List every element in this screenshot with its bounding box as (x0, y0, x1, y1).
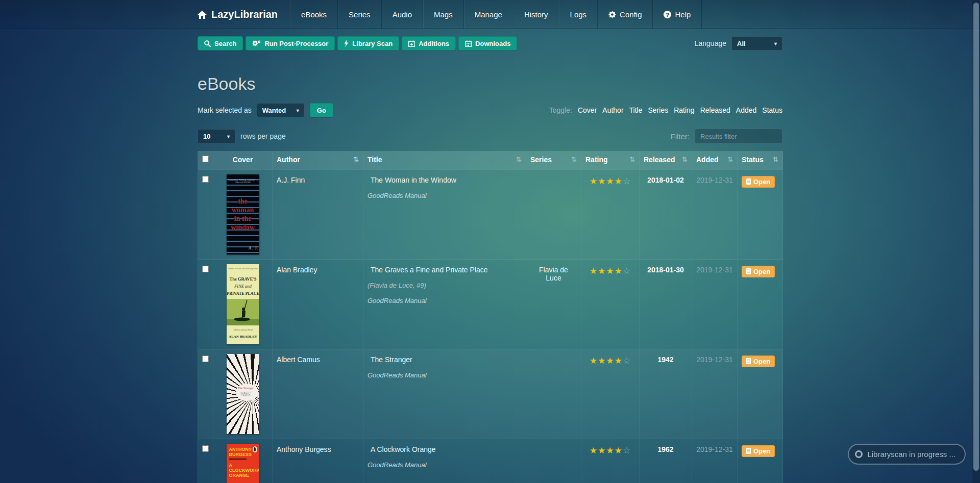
author-link[interactable]: Anthony Burgess (277, 445, 331, 453)
sort-icon[interactable]: ⇅ (773, 156, 778, 163)
cover-text: window (227, 223, 259, 232)
book-cover-the-stranger[interactable]: The Stranger ALBERT CAMUS (227, 354, 259, 434)
sort-icon[interactable]: ⇅ (516, 156, 522, 163)
additions-button[interactable]: Additions (402, 36, 456, 50)
header-author[interactable]: Author⇅ (273, 151, 363, 169)
author-link[interactable]: Alan Bradley (277, 266, 317, 274)
toggle-link-series[interactable]: Series (648, 106, 669, 114)
chevron-down-icon: ▾ (297, 108, 299, 113)
search-button-label: Search (214, 40, 236, 47)
nav-item-manage[interactable]: Manage (463, 0, 513, 29)
toggle-link-status[interactable]: Status (762, 106, 782, 114)
book-cover-clockwork-orange[interactable]: ANTHONY BURGESS A CLOCKWORK ORANGE (227, 444, 259, 483)
nav-item-logs[interactable]: Logs (559, 0, 598, 29)
title-link[interactable]: The Graves a Fine and Private Place (368, 266, 488, 274)
open-book-button[interactable]: Open (742, 355, 775, 367)
book-cover-graves-fine-private-place[interactable]: From the New York Times bestselling auth… (227, 264, 259, 344)
added-date: 2019-12-31 (696, 176, 733, 184)
sort-icon[interactable]: ⇅ (571, 156, 577, 163)
nav-item-ebooks[interactable]: eBooks (290, 0, 337, 29)
scrollbar-thumb[interactable] (973, 3, 979, 471)
book-cover-woman-in-the-window[interactable]: "Astounding. Thrilling. Amazing." —GILLI… (227, 174, 259, 255)
header-title[interactable]: Title⇅ (363, 151, 526, 169)
row-checkbox[interactable] (202, 266, 209, 272)
header-released-label: Released (644, 156, 675, 164)
series-link[interactable]: Flavia de Luce (539, 266, 568, 282)
chevron-down-icon: ▾ (774, 41, 777, 46)
star-filled-icon: ★ (615, 356, 623, 366)
toggle-link-added[interactable]: Added (736, 106, 756, 114)
toggle-link-author[interactable]: Author (602, 106, 623, 114)
open-book-button[interactable]: Open (742, 445, 775, 457)
nav-item-help[interactable]: ? Help (652, 0, 702, 29)
header-cover-label: Cover (233, 156, 253, 164)
go-button[interactable]: Go (310, 103, 333, 117)
bolt-icon (344, 40, 349, 47)
toggle-link-cover[interactable]: Cover (578, 106, 597, 114)
released-date: 2018-01-02 (647, 176, 684, 184)
open-book-button[interactable]: Open (742, 266, 775, 277)
header-added[interactable]: Added⇅ (692, 151, 738, 169)
sort-icon[interactable]: ⇅ (727, 156, 733, 163)
row-checkbox[interactable] (202, 355, 209, 362)
ebooks-table: Cover Author⇅ Title⇅ Series⇅ Rating⇅ Rel… (198, 151, 783, 483)
title-link[interactable]: The Woman in the Window (368, 176, 456, 184)
author-link[interactable]: Albert Camus (277, 355, 320, 364)
header-released[interactable]: Released⇅ (640, 151, 692, 169)
nav-item-series[interactable]: Series (337, 0, 381, 29)
header-status[interactable]: Status⇅ (738, 151, 783, 169)
star-filled-icon: ★ (590, 446, 598, 455)
nav-label-config: Config (620, 10, 642, 19)
toggle-link-released[interactable]: Released (700, 106, 730, 114)
cover-quote: "Astounding. Thrilling. Amazing." —GILLI… (227, 174, 259, 184)
row-checkbox[interactable] (202, 176, 209, 183)
cover-text: the (227, 197, 259, 206)
header-series[interactable]: Series⇅ (526, 151, 581, 169)
run-post-processor-button[interactable]: Run Post-Processor (246, 36, 335, 50)
toggle-link-rating[interactable]: Rating (674, 106, 694, 114)
mark-status-select[interactable]: Wanted ▾ (257, 103, 305, 117)
header-rating[interactable]: Rating⇅ (581, 151, 640, 169)
book-icon (746, 179, 751, 185)
brand-lazylibrarian[interactable]: LazyLibrarian (198, 0, 290, 29)
nav-item-audio[interactable]: Audio (381, 0, 423, 29)
sort-icon[interactable]: ⇅ (682, 156, 688, 163)
row-checkbox[interactable] (202, 445, 209, 452)
search-icon (204, 40, 211, 47)
toggle-link-title[interactable]: Title (629, 106, 643, 114)
added-date: 2019-12-31 (696, 445, 733, 453)
header-cover[interactable]: Cover (213, 151, 273, 169)
search-button[interactable]: Search (198, 36, 243, 50)
nav-item-history[interactable]: History (513, 0, 559, 29)
language-select[interactable]: All ▾ (731, 36, 782, 50)
header-select-all[interactable] (198, 151, 213, 169)
cover-author-text: A. J. Finn (243, 246, 259, 250)
library-scan-button[interactable]: Library Scan (337, 36, 399, 50)
nav-item-mags[interactable]: Mags (423, 0, 463, 29)
nav-item-config[interactable]: Config (597, 0, 652, 29)
author-link[interactable]: A.J. Finn (277, 176, 305, 184)
run-post-processor-label: Run Post-Processor (264, 40, 328, 47)
rating-stars: ★★★★☆ (590, 447, 631, 455)
select-all-checkbox[interactable] (202, 156, 209, 162)
cover-text: PRIVATE PLACE (227, 291, 259, 296)
header-title-label: Title (368, 156, 382, 164)
title-link[interactable]: The Stranger (368, 355, 412, 364)
open-button-label: Open (753, 447, 770, 455)
downloads-button[interactable]: Downloads (458, 36, 517, 50)
open-book-button[interactable]: Open (742, 176, 775, 188)
cover-author-text: ALAN BRADLEY (229, 335, 257, 339)
results-filter-input[interactable] (695, 129, 782, 144)
book-source: GoodReads Manual (368, 192, 522, 199)
sort-icon[interactable]: ⇅ (353, 156, 359, 163)
calendar-plus-icon (408, 40, 415, 47)
star-filled-icon: ★ (598, 356, 606, 366)
book-source: GoodReads Manual (368, 461, 522, 469)
star-filled-icon: ★ (606, 356, 614, 366)
rows-per-page-select[interactable]: 10 ▾ (198, 129, 235, 144)
scrollbar-track[interactable] (972, 0, 980, 483)
sort-icon[interactable]: ⇅ (629, 156, 635, 163)
nav-label-mags: Mags (434, 10, 453, 19)
title-link[interactable]: A Clockwork Orange (368, 445, 436, 453)
star-filled-icon: ★ (615, 266, 623, 276)
